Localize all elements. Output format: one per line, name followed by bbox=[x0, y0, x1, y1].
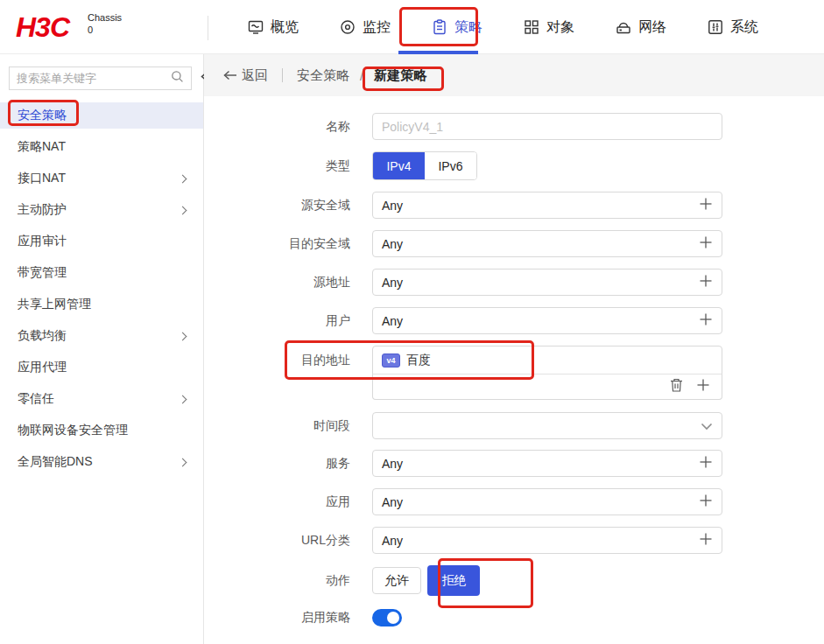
monitor-icon bbox=[340, 19, 356, 35]
user-value: Any bbox=[382, 314, 403, 328]
plus-icon[interactable] bbox=[699, 494, 713, 511]
sidebar-item-label: 策略NAT bbox=[18, 139, 66, 155]
src-zone-field[interactable]: Any bbox=[372, 192, 722, 219]
name-label: 名称 bbox=[204, 119, 372, 135]
sidebar-item-label: 主动防护 bbox=[18, 202, 67, 218]
enable-policy-label: 启用策略 bbox=[204, 610, 372, 626]
breadcrumb-parent[interactable]: 安全策略 bbox=[297, 67, 349, 84]
plus-icon[interactable] bbox=[699, 312, 713, 330]
form-row-name: 名称 bbox=[204, 113, 824, 140]
application-field[interactable]: Any bbox=[372, 488, 722, 515]
device-name-line2: 0 bbox=[88, 24, 122, 36]
sidebar-item-label: 物联网设备安全管理 bbox=[18, 423, 128, 438]
plus-icon[interactable] bbox=[699, 197, 713, 214]
form-row-type: 类型 IPv4 IPv6 bbox=[204, 151, 824, 180]
nav-tab-system[interactable]: 系统 bbox=[708, 18, 758, 37]
nav-tab-label: 对象 bbox=[546, 18, 574, 37]
plus-icon[interactable] bbox=[696, 378, 710, 396]
sidebar-item-app-audit[interactable]: 应用审计 bbox=[0, 228, 203, 255]
back-arrow-icon bbox=[223, 68, 237, 83]
sidebar-item-label: 接口NAT bbox=[18, 171, 66, 186]
sidebar-item-label: 负载均衡 bbox=[18, 328, 67, 344]
sidebar-item-iot-security[interactable]: 物联网设备安全管理 bbox=[0, 417, 203, 444]
dst-addr-field: v4 百度 bbox=[372, 346, 722, 400]
nav-tab-monitor[interactable]: 监控 bbox=[340, 18, 391, 37]
nav-tab-label: 系统 bbox=[730, 18, 758, 37]
form-row-time-range: 时间段 bbox=[204, 412, 824, 439]
nav-tab-label: 策略 bbox=[454, 18, 482, 37]
back-button[interactable]: 返回 bbox=[223, 67, 268, 84]
user-label: 用户 bbox=[204, 313, 372, 329]
deny-button[interactable]: 拒绝 bbox=[427, 565, 480, 596]
sidebar-item-label: 共享上网管理 bbox=[18, 297, 91, 312]
form-row-src-addr: 源地址 Any bbox=[204, 269, 824, 296]
type-label: 类型 bbox=[204, 158, 372, 174]
user-field[interactable]: Any bbox=[372, 307, 722, 334]
chevron-right-icon bbox=[179, 332, 187, 340]
dst-addr-list[interactable]: v4 百度 bbox=[372, 346, 722, 374]
nav-tab-label: 概览 bbox=[271, 18, 299, 37]
sidebar-item-label: 应用代理 bbox=[18, 360, 67, 375]
sidebar-item-security-policy[interactable]: 安全策略 bbox=[0, 102, 203, 129]
chevron-down-icon bbox=[701, 418, 713, 434]
plus-icon[interactable] bbox=[699, 532, 713, 550]
src-addr-value: Any bbox=[382, 276, 403, 290]
form-row-dst-addr: 目的地址 v4 百度 bbox=[204, 346, 824, 400]
application-value: Any bbox=[382, 495, 403, 509]
dst-addr-tag[interactable]: v4 百度 bbox=[382, 353, 431, 368]
policy-name-input[interactable] bbox=[372, 113, 722, 140]
url-category-value: Any bbox=[382, 534, 403, 548]
ipv6-button[interactable]: IPv6 bbox=[425, 152, 476, 179]
app-window: H3C Chassis 0 概览 bbox=[0, 0, 824, 644]
dst-addr-tag-label: 百度 bbox=[406, 353, 431, 368]
sidebar-item-interface-nat[interactable]: 接口NAT bbox=[0, 165, 203, 192]
sidebar-item-label: 零信任 bbox=[18, 391, 54, 407]
nav-tab-label: 监控 bbox=[363, 18, 391, 37]
main-content: 返回 安全策略 / 新建策略 名称 类型 IPv4 IPv6 源安全域 bbox=[204, 54, 824, 644]
menu-search-input[interactable] bbox=[17, 72, 171, 85]
dst-zone-value: Any bbox=[382, 237, 403, 251]
plus-icon[interactable] bbox=[699, 235, 713, 253]
url-category-field[interactable]: Any bbox=[372, 527, 722, 554]
form-row-url-category: URL分类 Any bbox=[204, 527, 824, 554]
nav-tab-policy[interactable]: 策略 bbox=[432, 18, 482, 37]
sidebar-search-box bbox=[9, 66, 192, 90]
sidebar-item-policy-nat[interactable]: 策略NAT bbox=[0, 134, 203, 160]
back-label: 返回 bbox=[242, 67, 268, 84]
search-icon[interactable] bbox=[171, 70, 184, 87]
time-range-label: 时间段 bbox=[204, 418, 372, 434]
nav-tab-objects[interactable]: 对象 bbox=[524, 18, 574, 37]
nav-tab-label: 网络 bbox=[638, 18, 666, 37]
dst-addr-label: 目的地址 bbox=[204, 346, 372, 374]
allow-button[interactable]: 允许 bbox=[372, 567, 421, 594]
chevron-right-icon bbox=[179, 458, 187, 466]
plus-icon[interactable] bbox=[699, 455, 713, 472]
sidebar-item-bandwidth[interactable]: 带宽管理 bbox=[0, 260, 203, 286]
sidebar-item-app-proxy[interactable]: 应用代理 bbox=[0, 354, 203, 381]
form-row-application: 应用 Any bbox=[204, 488, 824, 515]
chevron-right-icon bbox=[179, 206, 187, 214]
dst-zone-field[interactable]: Any bbox=[372, 230, 722, 257]
src-zone-value: Any bbox=[382, 199, 403, 213]
service-field[interactable]: Any bbox=[372, 450, 722, 477]
sidebar-item-shared-internet[interactable]: 共享上网管理 bbox=[0, 291, 203, 318]
trash-icon[interactable] bbox=[670, 378, 683, 396]
time-range-select[interactable] bbox=[372, 412, 722, 439]
nav-tab-network[interactable]: 网络 bbox=[616, 18, 666, 37]
sidebar-item-load-balance[interactable]: 负载均衡 bbox=[0, 323, 203, 349]
top-header: H3C Chassis 0 概览 bbox=[0, 0, 824, 54]
nav-tab-overview[interactable]: 概览 bbox=[248, 18, 299, 37]
sidebar-item-global-dns[interactable]: 全局智能DNS bbox=[0, 449, 203, 475]
form-row-src-zone: 源安全域 Any bbox=[204, 192, 824, 219]
form-row-enable-policy: 启用策略 bbox=[204, 609, 824, 626]
src-addr-field[interactable]: Any bbox=[372, 269, 722, 296]
ipv4-button[interactable]: IPv4 bbox=[373, 152, 425, 179]
enable-policy-toggle[interactable] bbox=[372, 609, 402, 626]
breadcrumb-current: 新建策略 bbox=[374, 67, 426, 84]
plus-icon[interactable] bbox=[699, 274, 713, 291]
sidebar-item-active-defense[interactable]: 主动防护 bbox=[0, 197, 203, 223]
service-label: 服务 bbox=[204, 456, 372, 472]
sidebar-item-zero-trust[interactable]: 零信任 bbox=[0, 386, 203, 412]
action-label: 动作 bbox=[204, 573, 372, 589]
dst-addr-actions bbox=[372, 374, 722, 400]
